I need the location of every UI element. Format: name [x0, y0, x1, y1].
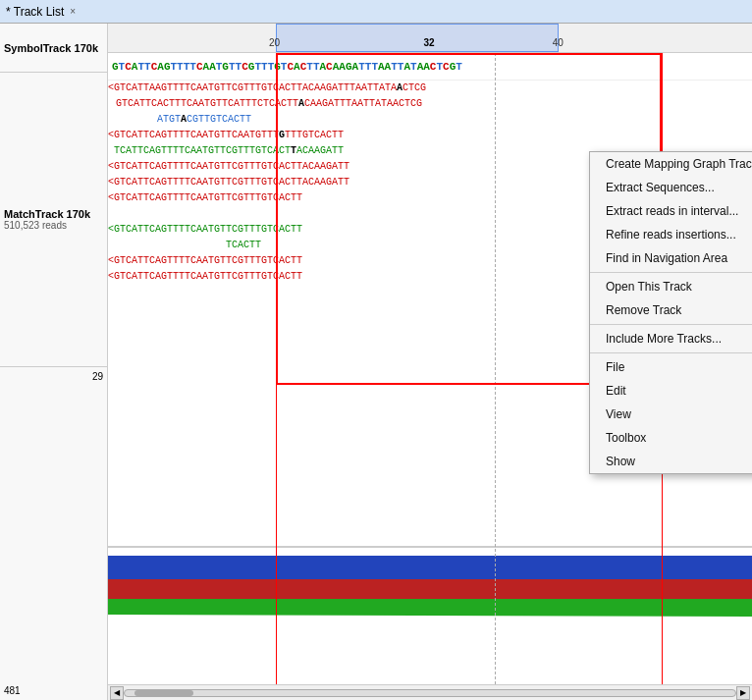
menu-item[interactable]: Extract reads in interval... [590, 199, 752, 223]
label-panel: SymbolTrack 170k MatchTrack 170k 510,523… [0, 24, 108, 700]
close-tab-button[interactable]: × [70, 6, 76, 17]
menu-separator [590, 352, 752, 353]
menu-item[interactable]: View▶ [590, 403, 752, 426]
symbol-sequence: GTCATTCAGTTTTCAATGTTCGTTTGTCACTTACAAGATT… [108, 61, 462, 73]
scrollbar[interactable]: ◀ ▶ [108, 684, 752, 700]
scroll-right-button[interactable]: ▶ [736, 686, 750, 700]
chart-label: 29 481 [0, 367, 107, 700]
read-row: ATGTACGTTGTCACTT [157, 112, 752, 128]
menu-separator [590, 272, 752, 273]
menu-item[interactable]: Toolbox▶ [590, 426, 752, 450]
title-bar: * Track List × [0, 0, 752, 24]
ruler-mark-32: 32 [423, 37, 434, 48]
ruler-mark-40: 40 [553, 37, 564, 48]
read-row: GTCATTCACTTTCAATGTTCATTTCTCACTTACAAGATTT… [116, 96, 752, 112]
match-track-label: MatchTrack 170k 510,523 reads [0, 73, 107, 367]
ruler-mark-20: 20 [269, 37, 280, 48]
scrollbar-track[interactable] [124, 689, 736, 697]
chart-area [108, 547, 752, 684]
match-track-reads: 510,523 reads [4, 220, 103, 231]
menu-item[interactable]: Edit▶ [590, 379, 752, 403]
menu-separator [590, 324, 752, 325]
match-track-name: MatchTrack 170k [4, 208, 103, 220]
scrollbar-thumb[interactable] [134, 690, 193, 696]
track-area: 20 32 40 GTCATTCAGTTTTCAATGTTCGTTTGTCACT… [108, 24, 752, 700]
menu-item[interactable]: File▶ [590, 355, 752, 379]
menu-item[interactable]: Extract Sequences... [590, 176, 752, 199]
scroll-left-button[interactable]: ◀ [110, 686, 124, 700]
read-row: <GTCATTCAGTTTTCAATGTTCAATGTTTGTTTGTCACTT [108, 128, 752, 143]
read-row: <GTCATTAAGTTTTCAATGTTCGTTTGTCACTTACAAGAT… [108, 81, 752, 96]
menu-item[interactable]: Refine reads insertions... [590, 223, 752, 246]
tab-label: * Track List [6, 5, 64, 19]
chart-top-value: 29 [92, 371, 103, 382]
menu-item[interactable]: Create Mapping Graph Tracks... [590, 152, 752, 176]
menu-item[interactable]: Open This Track [590, 275, 752, 298]
menu-item[interactable]: Remove Track [590, 298, 752, 322]
menu-item[interactable]: Include More Tracks... [590, 327, 752, 350]
symbol-track-label: SymbolTrack 170k [0, 24, 107, 73]
svg-rect-3 [108, 599, 752, 615]
menu-item[interactable]: Find in Navigation Area [590, 246, 752, 270]
chart-bottom-value: 481 [4, 685, 21, 696]
ruler: 20 32 40 [108, 24, 752, 53]
main-content: SymbolTrack 170k MatchTrack 170k 510,523… [0, 24, 752, 700]
menu-item[interactable]: Show▶ [590, 450, 752, 473]
symbol-track-row: GTCATTCAGTTTTCAATGTTCGTTTGTCACTTACAAGATT… [108, 53, 752, 81]
context-menu: Create Mapping Graph Tracks...Extract Se… [589, 151, 752, 474]
